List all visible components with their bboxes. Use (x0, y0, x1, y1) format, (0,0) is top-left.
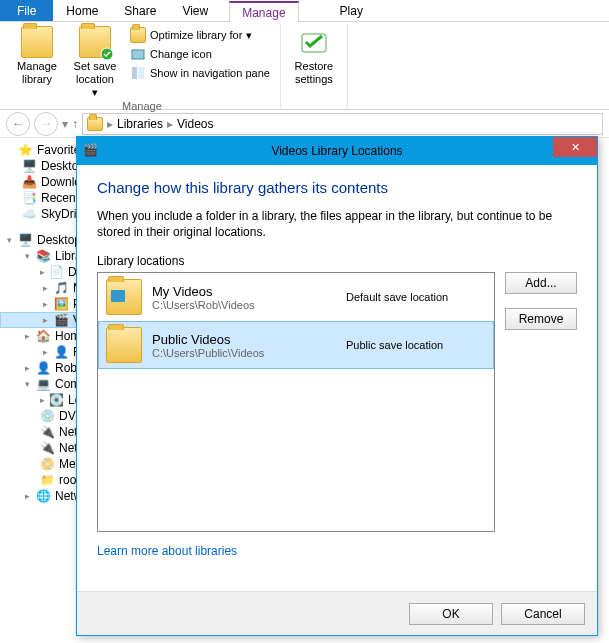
tab-share[interactable]: Share (111, 0, 169, 21)
close-icon: ✕ (571, 141, 580, 154)
tab-view[interactable]: View (169, 0, 221, 21)
location-path: C:\Users\Rob\Videos (152, 299, 336, 311)
back-button[interactable]: ← (6, 112, 30, 136)
group-label-manage: Manage (10, 100, 274, 114)
up-button[interactable]: ↑ (72, 117, 78, 131)
dialog-subhead: Library locations (97, 254, 577, 268)
svg-rect-2 (132, 67, 137, 79)
restore-settings-button[interactable]: Restore settings (287, 24, 341, 86)
library-locations-dialog: 🎬 Videos Library Locations ✕ Change how … (76, 136, 598, 636)
location-name: My Videos (152, 284, 336, 299)
dialog-footer: OK Cancel (77, 591, 597, 635)
close-button[interactable]: ✕ (553, 137, 597, 157)
forward-button[interactable]: → (34, 112, 58, 136)
svg-rect-5 (111, 290, 125, 302)
manage-library-label: Manage library (12, 60, 62, 86)
address-bar[interactable]: ▸ Libraries ▸ Videos (82, 113, 603, 135)
tab-play[interactable]: Play (327, 0, 376, 21)
learn-more-link[interactable]: Learn more about libraries (97, 544, 577, 558)
ribbon: Manage library Set save location ▾ Optim… (0, 22, 609, 110)
location-path: C:\Users\Public\Videos (152, 347, 336, 359)
breadcrumb-libraries[interactable]: Libraries (117, 117, 163, 131)
svg-rect-3 (138, 67, 144, 79)
nav-bar: ← → ▾ ↑ ▸ Libraries ▸ Videos (0, 110, 609, 138)
set-save-label: Set save location (70, 60, 120, 86)
star-icon: ⭐ (18, 143, 33, 157)
folder-icon (87, 117, 103, 131)
location-item-my-videos[interactable]: My Videos C:\Users\Rob\Videos Default sa… (98, 273, 494, 321)
manage-library-button[interactable]: Manage library (10, 24, 64, 86)
set-save-location-button[interactable]: Set save location ▾ (68, 24, 122, 100)
tab-home[interactable]: Home (53, 0, 111, 21)
location-item-public-videos[interactable]: Public Videos C:\Users\Public\Videos Pub… (98, 321, 494, 369)
location-tag: Default save location (346, 291, 486, 303)
remove-button[interactable]: Remove (505, 308, 577, 330)
location-tag: Public save location (346, 339, 486, 351)
recent-chevron-icon[interactable]: ▾ (62, 117, 68, 131)
ok-button[interactable]: OK (409, 603, 493, 625)
dialog-titlebar[interactable]: 🎬 Videos Library Locations ✕ (77, 137, 597, 165)
ribbon-tabs: File Home Share View Manage Play (0, 0, 609, 22)
cancel-button[interactable]: Cancel (501, 603, 585, 625)
svg-rect-1 (132, 50, 144, 59)
locations-listbox[interactable]: My Videos C:\Users\Rob\Videos Default sa… (97, 272, 495, 532)
dialog-description: When you include a folder in a library, … (97, 208, 577, 240)
tab-file[interactable]: File (0, 0, 53, 21)
dialog-title: Videos Library Locations (77, 144, 597, 158)
location-name: Public Videos (152, 332, 336, 347)
breadcrumb-videos[interactable]: Videos (177, 117, 213, 131)
optimize-library-button[interactable]: Optimize library for ▾ (126, 26, 274, 44)
dialog-heading: Change how this library gathers its cont… (97, 179, 577, 196)
add-button[interactable]: Add... (505, 272, 577, 294)
change-icon-button[interactable]: Change icon (126, 45, 274, 63)
show-in-nav-button[interactable]: Show in navigation pane (126, 64, 274, 82)
tab-manage[interactable]: Manage (229, 1, 298, 22)
